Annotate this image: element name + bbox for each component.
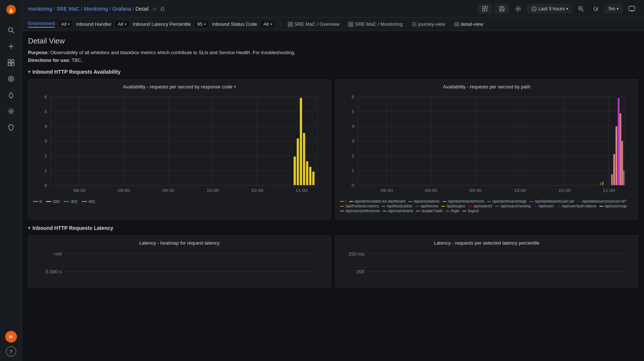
legend-item-200: 200: [46, 199, 59, 204]
section-availability-header[interactable]: ▾ Inbound HTTP Requests Availability: [28, 69, 638, 75]
filter-environment-arrow: ▾: [68, 22, 70, 26]
svg-text:09:00: 09:00: [118, 188, 130, 193]
svg-rect-73: [306, 161, 308, 185]
legend-path-plugins: /api/plugins: [441, 204, 465, 208]
filter-statuscode-value: All: [263, 21, 269, 27]
svg-text:08:30: 08:30: [381, 188, 393, 193]
chart-latency-heatmap: Latency - heatmap for request latency +I…: [28, 235, 331, 287]
breadcrumb-detail: Detail: [135, 6, 149, 12]
zoom-out-button[interactable]: [575, 4, 587, 13]
refresh-interval-selector[interactable]: 5m ▾: [605, 4, 623, 13]
legend-path-live-ws: /api/live/ws: [415, 204, 439, 208]
svg-text:1: 1: [352, 168, 354, 173]
chart-latency-percentile: Latency - requests per selected latency …: [335, 235, 638, 287]
breadcrumb-sremac[interactable]: SRE MaC: [56, 6, 79, 12]
svg-text:09:00: 09:00: [425, 188, 437, 193]
svg-text:09:30: 09:30: [470, 188, 482, 193]
svg-rect-74: [309, 167, 311, 185]
breadcrumb-monitoring[interactable]: monitoring: [28, 6, 52, 12]
legend-label-302: 302: [70, 199, 77, 204]
chart-latency-percentile-title: Latency - requests per selected latency …: [340, 240, 633, 246]
chart-availability-by-code-title: Availability - requests per second by re…: [33, 84, 326, 90]
breadcrumb-grafana[interactable]: Grafana: [112, 6, 131, 12]
nav-detail-view-label: detail-view: [461, 21, 483, 27]
filter-statuscode-select[interactable]: All ▾: [260, 20, 275, 28]
chart-title-dropdown-icon[interactable]: ▾: [234, 84, 236, 89]
breadcrumb-monitoring2[interactable]: Monitoring: [84, 6, 108, 12]
nav-sremac-monitoring[interactable]: SRE MaC / Monitoring: [345, 20, 405, 28]
chart-availability-by-code: Availability - requests per second by re…: [28, 79, 331, 219]
filter-latency-select[interactable]: 95 ▾: [194, 20, 209, 28]
legend-path-dashboards-tags: /api/dashboards/tags: [487, 199, 527, 203]
tv-mode-button[interactable]: [626, 4, 638, 13]
svg-text:+Inf: +Inf: [53, 251, 62, 257]
chart-latency-heatmap-title: Latency - heatmap for request latency: [33, 240, 326, 246]
svg-rect-75: [312, 172, 315, 185]
filter-latency-label: Inbound Latency Percentile: [133, 21, 191, 27]
svg-rect-35: [349, 25, 350, 27]
chart-availability-by-path-area: 6 5 4 3 2 1 0 08:30 09:00 09:30 10:00 10…: [340, 93, 633, 196]
sidebar-shield[interactable]: [4, 120, 18, 135]
svg-text:5: 5: [352, 109, 354, 114]
legend-path-logout: /logout: [463, 209, 479, 213]
filter-environment-label: Environment: [28, 21, 55, 28]
sidebar-add[interactable]: [4, 39, 18, 54]
user-avatar[interactable]: H: [5, 331, 17, 343]
svg-rect-9: [11, 63, 14, 66]
content-area: Detail View Purpose: Observability of al…: [22, 31, 644, 361]
svg-point-11: [10, 78, 12, 80]
filter-environment-select[interactable]: All ▾: [58, 20, 73, 28]
time-range-selector[interactable]: Last 3 hours ▾: [527, 4, 572, 13]
legend-label-200: 200: [53, 199, 59, 204]
dashboard-settings-button[interactable]: [512, 4, 524, 14]
svg-text:250 ms: 250 ms: [349, 251, 365, 257]
svg-rect-29: [288, 22, 290, 24]
filter-handler-select[interactable]: All ▾: [115, 20, 130, 28]
nav-journey-view[interactable]: journey-view: [409, 20, 448, 28]
directions-label: Directions for use:: [28, 57, 70, 63]
svg-rect-110: [602, 182, 604, 185]
legend-path-user-prefs: /api/user/preferences: [340, 209, 380, 213]
legend-color-200: [46, 201, 51, 202]
legend-path-avatar: /avatar/:hash: [416, 209, 443, 213]
section-latency-header[interactable]: ▾ Inbound HTTP Requests Latency: [28, 225, 638, 231]
availability-charts-grid: Availability - requests per second by re…: [28, 79, 638, 219]
add-panel-button[interactable]: [478, 4, 492, 14]
sidebar-dashboards[interactable]: [4, 55, 18, 70]
grafana-logo[interactable]: 🔥: [4, 3, 18, 16]
sidebar-explore[interactable]: [4, 71, 18, 86]
filter-handler-value: All: [118, 21, 123, 27]
svg-rect-32: [291, 25, 292, 27]
save-dashboard-button[interactable]: [495, 4, 509, 14]
section-latency-label: Inbound HTTP Requests Latency: [32, 225, 113, 231]
nav-sremac-monitoring-label: SRE MaC / Monitoring: [355, 21, 402, 27]
svg-rect-8: [8, 63, 11, 66]
filter-divider: [280, 21, 280, 28]
legend-path-dashboards-home: /api/dashboards/home: [443, 199, 484, 203]
nav-detail-view[interactable]: detail-view: [451, 20, 486, 28]
legend-color-401: [82, 201, 87, 202]
sidebar-alerting[interactable]: [4, 88, 18, 102]
filter-latency-value: 95: [197, 21, 202, 27]
nav-sremac-overview[interactable]: SRE MaC / Overview: [285, 20, 343, 28]
svg-rect-15: [485, 6, 488, 8]
svg-text:10:00: 10:00: [514, 188, 526, 193]
share-icon[interactable]: ⎙: [161, 6, 164, 12]
sidebar-help[interactable]: ?: [6, 346, 16, 357]
chart-availability-by-path-title: Availability - requests per second by pa…: [340, 84, 633, 90]
star-icon[interactable]: ☆: [152, 6, 157, 12]
svg-rect-34: [351, 22, 353, 24]
svg-rect-106: [618, 98, 620, 185]
svg-rect-72: [303, 133, 305, 185]
svg-rect-7: [11, 60, 14, 62]
purpose-text: Observability of all whitebox and blackb…: [50, 50, 295, 55]
sidebar-settings[interactable]: [4, 104, 18, 119]
chart-path-legend: / /api/alerts/states-for-dashboard /api/…: [340, 199, 633, 213]
svg-rect-20: [501, 7, 503, 8]
main-content: monitoring / SRE MaC / Monitoring / Graf…: [22, 0, 644, 361]
sidebar: 🔥 H ?: [0, 0, 22, 361]
svg-rect-107: [620, 113, 622, 185]
sidebar-search[interactable]: [4, 23, 18, 38]
refresh-button[interactable]: [590, 4, 602, 13]
legend-path-user-auth: /api/user/auth-tokens: [557, 204, 596, 208]
